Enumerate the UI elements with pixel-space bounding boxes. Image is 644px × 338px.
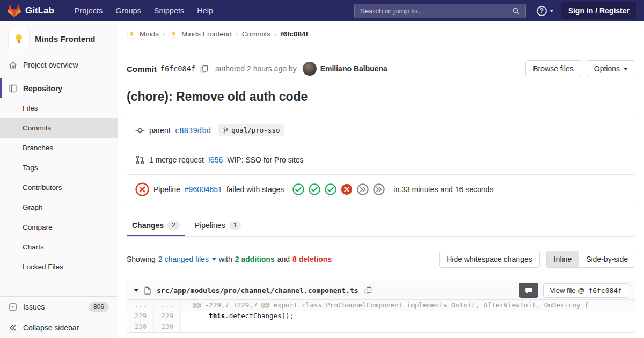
lightbulb-icon [171,31,177,37]
nav-item-projects[interactable]: Projects [68,0,109,21]
diff-view-toggle: Inline Side-by-side [546,251,635,268]
pipeline-failed-icon [135,182,149,196]
sidebar-item-commits[interactable]: Commits [0,118,118,138]
sidebar-item-graph[interactable]: Graph [0,197,118,217]
double-chevron-left-icon [9,324,17,332]
and-text: and [277,255,290,263]
commit-actions: Browse files Options [525,60,635,77]
sidebar-item-files[interactable]: Files [0,98,118,118]
new-line-number: ... [154,300,181,311]
home-icon [9,61,17,69]
browse-files-button[interactable]: Browse files [525,60,581,77]
authored-text: authored 2 hours ago by [215,64,297,73]
parent-sha-link[interactable]: c8839dbd [175,126,211,135]
help-dropdown[interactable]: ? [537,6,554,16]
search-icon [512,7,520,15]
old-line-number: ... [127,300,154,311]
breadcrumb-commits-link[interactable]: Commits [242,30,270,38]
issues-icon [9,303,17,311]
nav-item-groups[interactable]: Groups [109,0,148,21]
hide-whitespace-button[interactable]: Hide whitespace changes [439,251,540,268]
navbar-menu: Projects Groups Snippets Help [68,0,219,21]
sidebar-nav: Project overview Repository Files Commit… [0,55,118,289]
sign-in-button[interactable]: Sign in / Register [561,2,636,19]
view-file-button[interactable]: View file @ f6fc084f [543,283,628,298]
old-line-number[interactable]: 230 [127,321,154,332]
author-avatar[interactable] [303,62,317,76]
gitlab-home-link[interactable]: GitLab [8,4,54,17]
additions-count: 2 additions [235,255,275,263]
sidebar-item-issues[interactable]: Issues 806 [0,297,118,317]
stage-success-icon[interactable] [309,183,320,195]
commit-label: Commit [127,64,157,74]
deletions-count: 8 deletions [292,255,332,263]
collapse-file-icon[interactable] [134,289,139,292]
question-circle-icon: ? [537,6,547,16]
breadcrumb-project-link[interactable]: Minds Frontend [169,30,232,39]
pipeline-duration-text: in 33 minutes and 16 seconds [393,185,493,194]
sidebar-item-charts[interactable]: Charts [0,237,118,257]
parent-row: parent c8839dbd goal/pro-sso [127,115,635,145]
tab-changes[interactable]: Changes 2 [127,215,185,236]
global-search[interactable] [354,4,526,18]
collapse-sidebar-label: Collapse sidebar [23,324,79,332]
commit-sha: f6fc084f [160,64,195,73]
breadcrumb: Minds › Minds Frontend › Commits › f6fc0… [118,21,644,47]
stage-skipped-icon[interactable] [373,183,385,195]
new-line-number[interactable]: 229 [154,311,181,321]
pipeline-label: Pipeline [153,185,180,194]
copy-sha-button[interactable] [199,64,209,74]
file-path[interactable]: src/app/modules/pro/channel/channel.comp… [157,286,358,295]
stage-success-icon[interactable] [292,183,304,195]
file-icon [144,286,152,295]
keyword-token: this [209,312,225,320]
toggle-comments-button[interactable] [519,283,538,298]
file-actions: View file @ f6fc084f [519,283,628,298]
sidebar-item-contributors[interactable]: Contributors [0,178,118,197]
collapse-sidebar-button[interactable]: Collapse sidebar [0,317,118,338]
view-file-sha: f6fc084f [588,286,622,295]
sidebar-item-project-overview[interactable]: Project overview [0,55,118,75]
sidebar-item-repository[interactable]: Repository [0,78,118,98]
search-input[interactable] [360,7,512,15]
author-name[interactable]: Emiliano Balbuena [320,64,387,73]
stage-skipped-icon[interactable] [357,183,369,195]
gitlab-tanuki-icon [8,4,21,17]
nav-item-snippets[interactable]: Snippets [148,0,191,21]
inline-view-button[interactable]: Inline [546,251,579,268]
breadcrumb-separator: › [163,30,165,39]
old-line-number[interactable]: 229 [127,311,154,321]
stage-failed-icon[interactable] [341,183,353,195]
branch-ref-chip[interactable]: goal/pro-sso [218,124,284,136]
pipeline-row: Pipeline #96004651 failed with stages in… [127,174,635,204]
stage-success-icon[interactable] [325,183,336,195]
nav-item-help[interactable]: Help [191,0,219,21]
left-sidebar: Minds Frontend Project overview Reposito… [0,21,118,338]
sidebar-item-tags[interactable]: Tags [0,158,118,178]
commit-icon [135,126,145,135]
mr-id-link[interactable]: !656 [208,156,223,164]
sidebar-item-locked-files[interactable]: Locked Files [0,257,118,277]
comment-icon [525,286,533,295]
project-avatar [8,28,30,49]
diff-code-line: this.detectChanges(); [181,311,635,321]
new-line-number[interactable]: 230 [154,321,181,332]
project-context-link[interactable]: Minds Frontend [0,21,118,55]
copy-file-path-button[interactable] [363,285,373,295]
sidebar-item-branches[interactable]: Branches [0,138,118,158]
tab-pipelines[interactable]: Pipelines 1 [189,215,247,236]
side-by-side-view-button[interactable]: Side-by-side [579,251,635,268]
pipelines-count-badge: 1 [229,221,241,230]
breadcrumb-group-link[interactable]: Minds [127,30,159,39]
merge-request-icon [135,155,145,165]
pipeline-status-text: failed with stages [226,185,284,194]
options-dropdown-button[interactable]: Options [587,60,635,77]
sidebar-section-label: Repository [23,84,62,93]
sidebar-item-compare[interactable]: Compare [0,217,118,237]
brand-name: GitLab [25,5,54,16]
pipeline-id-link[interactable]: #96004651 [185,185,222,194]
changed-files-dropdown[interactable]: 2 changed files [158,255,216,263]
project-name: Minds Frontend [35,34,96,43]
sidebar-item-label: Project overview [23,61,78,69]
top-navbar: GitLab Projects Groups Snippets Help ? S… [0,0,644,21]
